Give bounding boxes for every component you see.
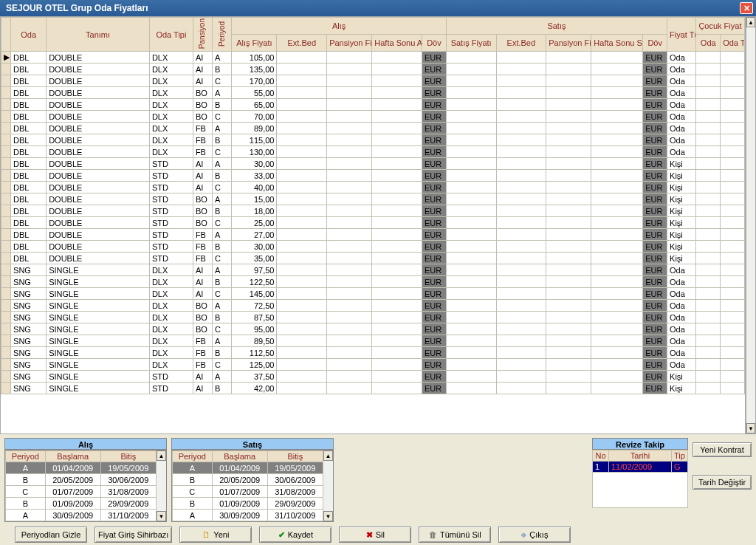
table-row[interactable]: DBLDOUBLESTDFBA27,00EUREURKişi: [1, 229, 745, 241]
list-item[interactable]: B20/05/200930/06/2009: [6, 474, 157, 486]
table-row[interactable]: DBLDOUBLESTDAIA30,00EUREURKişi: [1, 158, 745, 170]
satis-panel-title: Satış: [171, 438, 334, 450]
close-button[interactable]: ✕: [740, 2, 753, 14]
table-row[interactable]: DBLDOUBLEDLXAIB135,00EUREUROda: [1, 64, 745, 75]
scroll-track[interactable]: [746, 27, 755, 423]
table-row[interactable]: SNGSINGLEDLXAIC145,00EUREUROda: [1, 288, 745, 300]
revize-row[interactable]: 1 11/02/2009 G: [593, 462, 688, 473]
col-satis-fiyati[interactable]: Satış Fiyatı: [446, 35, 496, 52]
table-row[interactable]: ▶DBLDOUBLEDLXAIA105,00EUREUROda: [1, 52, 745, 64]
list-item[interactable]: A01/04/200919/05/2009: [173, 462, 323, 474]
table-row[interactable]: SNGSINGLESTDAIB42,00EUREURKişi: [1, 383, 745, 394]
col-fiyat-turu[interactable]: Fiyat Türü: [667, 18, 696, 52]
table-row[interactable]: SNGSINGLESTDAIA37,50EUREURKişi: [1, 371, 745, 383]
col-periyod[interactable]: Periyod: [173, 451, 213, 462]
col-cocuk-oda[interactable]: Oda: [696, 35, 721, 52]
table-row[interactable]: DBLDOUBLEDLXFBA89,00EUREUROda: [1, 123, 745, 134]
fiyat-giris-button[interactable]: Fiyat Giriş Sihirbazı: [94, 527, 172, 543]
col-tarihi[interactable]: Tarihi: [609, 450, 672, 462]
revize-table[interactable]: No Tarihi Tip 1 11/02/2009 G: [592, 450, 688, 508]
scroll-up-icon[interactable]: ▲: [746, 17, 755, 27]
col-cocuk-ref: Çocuk Fiyat Referans: [696, 18, 745, 35]
col-alis-pansfiy[interactable]: Pansiyon Fiyatı: [327, 35, 372, 52]
tumunu-sil-button[interactable]: 🗑Tümünü Sil: [419, 527, 491, 543]
table-row[interactable]: SNGSINGLEDLXBOB87,50EUREUROda: [1, 312, 745, 323]
table-row[interactable]: DBLDOUBLEDLXBOA55,00EUREUROda: [1, 87, 745, 99]
prices-grid[interactable]: Oda Tanımı Oda Tipi Pansiyon Periyod Alı…: [1, 17, 745, 394]
yeni-button[interactable]: 🗋Yeni: [179, 527, 252, 543]
col-alis-extbed[interactable]: Ext.Bed: [277, 35, 327, 52]
close-icon: ✕: [743, 4, 750, 13]
col-satis-group: Satış: [446, 18, 667, 35]
col-bitis[interactable]: Bitiş: [100, 451, 156, 462]
col-pansiyon[interactable]: Pansiyon: [193, 18, 212, 52]
col-satis-pansfiy[interactable]: Pansiyon Fiyatı: [546, 35, 591, 52]
col-tip[interactable]: Tip: [672, 450, 688, 462]
main-grid-container: Oda Tanımı Oda Tipi Pansiyon Periyod Alı…: [0, 16, 746, 434]
table-row[interactable]: SNGSINGLEDLXAIA97,50EUREUROda: [1, 264, 745, 276]
list-item[interactable]: B20/05/200930/06/2009: [173, 474, 323, 486]
table-row[interactable]: DBLDOUBLEDLXAIC170,00EUREUROda: [1, 75, 745, 87]
col-cocuk-odatipi[interactable]: Oda Tipi: [721, 35, 745, 52]
table-row[interactable]: DBLDOUBLESTDAIC40,00EUREURKişi: [1, 182, 745, 193]
list-item[interactable]: B01/09/200929/09/2009: [173, 498, 323, 510]
trash-icon: 🗑: [429, 530, 437, 539]
table-row[interactable]: SNGSINGLEDLXFBA89,50EUREUROda: [1, 335, 745, 347]
table-row[interactable]: DBLDOUBLEDLXBOB65,00EUREUROda: [1, 99, 745, 111]
scroll-up-icon[interactable]: ▲: [323, 450, 333, 461]
yeni-kontrat-button[interactable]: Yeni Kontrat: [693, 442, 752, 457]
table-row[interactable]: DBLDOUBLEDLXFBC130,00EUREUROda: [1, 146, 745, 158]
table-row[interactable]: SNGSINGLEDLXBOA72,50EUREUROda: [1, 300, 745, 312]
periyodlari-gizle-button[interactable]: Periyodları Gizle: [15, 527, 87, 543]
list-item[interactable]: C01/07/200931/08/2009: [6, 486, 157, 498]
table-row[interactable]: DBLDOUBLESTDFBB30,00EUREURKişi: [1, 241, 745, 253]
table-row[interactable]: DBLDOUBLESTDFBC35,00EUREURKişi: [1, 253, 745, 264]
list-item[interactable]: A30/09/200931/10/2009: [173, 510, 323, 521]
scroll-down-icon[interactable]: ▼: [746, 423, 755, 433]
satis-scrollbar[interactable]: ▲ ▼: [323, 450, 333, 521]
alis-periods-table[interactable]: Periyod Başlama Bitiş A01/04/200919/05/2…: [5, 450, 157, 521]
revize-tarihi: 11/02/2009: [609, 462, 672, 473]
table-row[interactable]: SNGSINGLEDLXFBC125,00EUREUROda: [1, 359, 745, 371]
table-row[interactable]: SNGSINGLEDLXFBB112,50EUREUROda: [1, 347, 745, 359]
table-row[interactable]: DBLDOUBLEDLXBOC70,00EUREUROda: [1, 111, 745, 123]
kaydet-button[interactable]: ✔Kaydet: [259, 527, 331, 543]
table-row[interactable]: DBLDOUBLESTDBOA15,00EUREURKişi: [1, 193, 745, 205]
col-no[interactable]: No: [593, 450, 609, 462]
col-tanimi[interactable]: Tanımı: [47, 18, 150, 52]
table-row[interactable]: DBLDOUBLESTDBOB18,00EUREURKişi: [1, 205, 745, 217]
list-item[interactable]: A01/04/200919/05/2009: [6, 462, 157, 474]
list-item[interactable]: B01/09/200929/09/2009: [6, 498, 157, 510]
col-baslama[interactable]: Başlama: [45, 451, 100, 462]
scroll-down-icon[interactable]: ▼: [157, 511, 166, 521]
col-oda[interactable]: Oda: [11, 18, 47, 52]
satis-periods-table[interactable]: Periyod Başlama Bitiş A01/04/200919/05/2…: [172, 450, 323, 521]
list-item[interactable]: C01/07/200931/08/2009: [173, 486, 323, 498]
sil-button[interactable]: ✖Sil: [339, 527, 411, 543]
col-bitis[interactable]: Bitiş: [267, 451, 323, 462]
table-row[interactable]: DBLDOUBLEDLXFBB115,00EUREUROda: [1, 134, 745, 146]
col-satis-extbed[interactable]: Ext.Bed: [496, 35, 546, 52]
alis-scrollbar[interactable]: ▲ ▼: [157, 450, 166, 521]
col-baslama[interactable]: Başlama: [212, 451, 267, 462]
list-item[interactable]: A30/09/200931/10/2009: [6, 510, 157, 521]
col-periyod[interactable]: Periyod: [6, 451, 46, 462]
table-row[interactable]: SNGSINGLEDLXAIB122,50EUREUROda: [1, 276, 745, 288]
col-periyod[interactable]: Periyod: [213, 18, 232, 52]
tarih-degistir-button[interactable]: Tarih Değiştir: [693, 475, 752, 490]
col-alis-hsonu[interactable]: Hafta Sonu Alış Fiyatı: [372, 35, 422, 52]
col-alis-dov[interactable]: Döv: [422, 35, 447, 52]
title-bar: SEJOUR OTEL Grup Oda Fiyatları ✕: [0, 0, 756, 16]
cikis-button[interactable]: ⎆Çıkış: [498, 527, 571, 543]
table-row[interactable]: SNGSINGLEDLXBOC95,00EUREUROda: [1, 323, 745, 335]
scroll-down-icon[interactable]: ▼: [323, 511, 333, 521]
table-row[interactable]: DBLDOUBLESTDBOC25,00EUREURKişi: [1, 217, 745, 229]
revize-empty-row: [593, 473, 688, 508]
col-satis-dov[interactable]: Döv: [643, 35, 667, 52]
col-alis-fiyati[interactable]: Alış Fiyatı: [232, 35, 277, 52]
col-satis-hsonu[interactable]: Hafta Sonu Satış Fiyatı: [591, 35, 643, 52]
main-scrollbar[interactable]: ▲ ▼: [746, 16, 756, 434]
table-row[interactable]: DBLDOUBLESTDAIB33,00EUREURKişi: [1, 170, 745, 182]
scroll-up-icon[interactable]: ▲: [157, 450, 166, 461]
col-odatipi[interactable]: Oda Tipi: [149, 18, 193, 52]
